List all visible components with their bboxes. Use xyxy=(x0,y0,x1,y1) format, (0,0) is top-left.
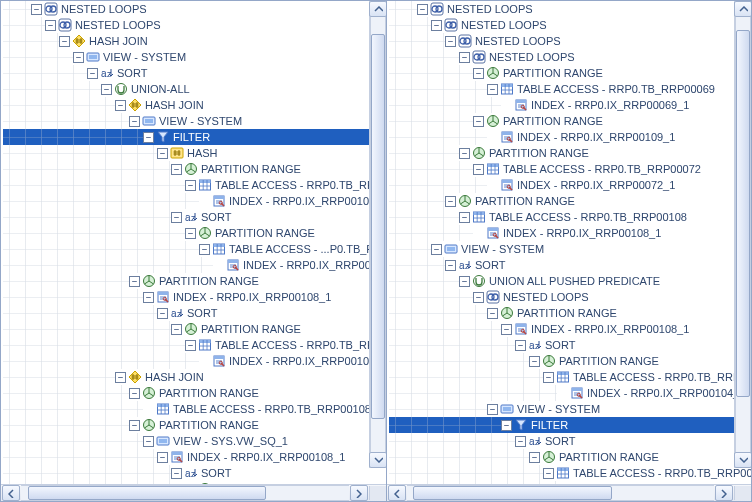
tree-viewport[interactable]: −NESTED LOOPS−NESTED LOOPS−HASH JOIN−VIE… xyxy=(1,1,386,484)
tree-row[interactable]: −VIEW - SYSTEM xyxy=(3,113,386,129)
expander-icon[interactable]: − xyxy=(487,404,498,415)
tree-row[interactable]: TABLE ACCESS - RRP0.TB_RRP00108 xyxy=(3,401,386,417)
expander-icon[interactable]: − xyxy=(431,20,442,31)
scroll-left-button[interactable] xyxy=(388,485,406,501)
tree-row[interactable]: INDEX - RRP0.IX_RRP00109_1 xyxy=(389,129,751,145)
expander-icon[interactable]: − xyxy=(171,324,182,335)
tree-row[interactable]: −INDEX - RRP0.IX_RRP00108_1 xyxy=(3,289,386,305)
tree-viewport[interactable]: −NESTED LOOPS−NESTED LOOPS−NESTED LOOPS−… xyxy=(387,1,751,484)
expander-icon[interactable]: − xyxy=(529,452,540,463)
tree-row[interactable]: −TABLE ACCESS - RRP0.TB_RRP00108 xyxy=(389,465,751,481)
tree-row[interactable]: −PARTITION RANGE xyxy=(389,449,751,465)
tree-row[interactable]: −PARTITION RANGE xyxy=(3,321,386,337)
tree-row[interactable]: INDEX - RRP0.IX_RRP00104_1 xyxy=(3,257,386,273)
tree-row[interactable]: −SORT xyxy=(389,481,751,484)
expander-icon[interactable]: − xyxy=(157,452,168,463)
tree-row[interactable]: −NESTED LOOPS xyxy=(3,1,386,17)
tree-row[interactable]: −NESTED LOOPS xyxy=(389,1,751,17)
tree-row[interactable]: INDEX - RRP0.IX_RRP00104_1 xyxy=(3,353,386,369)
scroll-thumb[interactable] xyxy=(736,30,750,397)
expander-icon[interactable]: − xyxy=(473,68,484,79)
tree-row[interactable]: −TABLE ACCESS - RRP0.TB_RRP00104 xyxy=(389,369,751,385)
tree-row[interactable]: −NESTED LOOPS xyxy=(3,17,386,33)
expander-icon[interactable]: − xyxy=(459,276,470,287)
tree-row[interactable]: −PARTITION RANGE xyxy=(389,65,751,81)
tree-row[interactable]: −PARTITION RANGE xyxy=(389,193,751,209)
expander-icon[interactable]: − xyxy=(73,52,84,63)
tree-row[interactable]: −HASH JOIN xyxy=(3,369,386,385)
expander-icon[interactable]: − xyxy=(171,212,182,223)
expander-icon[interactable]: − xyxy=(543,372,554,383)
expander-icon[interactable]: − xyxy=(101,84,112,95)
scroll-down-button[interactable] xyxy=(734,452,751,468)
expander-icon[interactable]: − xyxy=(143,436,154,447)
tree-row[interactable]: −VIEW - SYSTEM xyxy=(3,49,386,65)
tree-row[interactable]: −HASH xyxy=(3,145,386,161)
tree-row[interactable]: −NESTED LOOPS xyxy=(389,17,751,33)
expander-icon[interactable]: − xyxy=(459,212,470,223)
tree-row[interactable]: INDEX - RRP0.IX_RRP00072_1 xyxy=(389,177,751,193)
tree-row[interactable]: −VIEW - SYSTEM xyxy=(389,401,751,417)
tree-row[interactable]: INDEX - RRP0.IX_RRP00108_1 xyxy=(3,193,386,209)
expander-icon[interactable]: − xyxy=(431,244,442,255)
tree-row[interactable]: −HASH JOIN xyxy=(3,97,386,113)
tree-row[interactable]: −FILTER xyxy=(389,417,751,433)
vertical-scrollbar[interactable] xyxy=(734,1,751,468)
tree-row[interactable]: −SORT xyxy=(3,465,386,481)
tree-row[interactable]: −UNION ALL PUSHED PREDICATE xyxy=(389,273,751,289)
tree-row[interactable]: −SORT xyxy=(389,337,751,353)
tree-row[interactable]: −INDEX - RRP0.IX_RRP00108_1 xyxy=(389,321,751,337)
tree-row[interactable]: −PARTITION RANGE xyxy=(389,145,751,161)
expander-icon[interactable]: − xyxy=(515,436,526,447)
tree-row[interactable]: −PARTITION RANGE xyxy=(389,113,751,129)
expander-icon[interactable]: − xyxy=(45,20,56,31)
expander-icon[interactable]: − xyxy=(473,164,484,175)
expander-icon[interactable]: − xyxy=(515,340,526,351)
tree-row[interactable]: −PARTITION RANGE xyxy=(3,161,386,177)
tree-row[interactable]: −SORT xyxy=(389,433,751,449)
tree-row[interactable]: −PARTITION RANGE xyxy=(3,417,386,433)
scroll-down-button[interactable] xyxy=(369,452,386,468)
expander-icon[interactable]: − xyxy=(59,36,70,47)
tree-row[interactable]: −TABLE ACCESS - RRP0.TB_RRP00104 xyxy=(3,337,386,353)
tree-row[interactable]: −TABLE ACCESS - RRP0.TB_RRP00108 xyxy=(3,177,386,193)
tree-row[interactable]: −SORT xyxy=(3,209,386,225)
horizontal-scrollbar[interactable] xyxy=(387,484,751,501)
tree-row[interactable]: −PARTITION RANGE xyxy=(389,305,751,321)
expander-icon[interactable]: − xyxy=(185,180,196,191)
expander-icon[interactable]: − xyxy=(171,468,182,479)
expander-icon[interactable]: − xyxy=(459,148,470,159)
tree-row[interactable]: −UNION-ALL xyxy=(3,81,386,97)
tree-row[interactable]: −SORT xyxy=(389,257,751,273)
scroll-track[interactable] xyxy=(370,17,386,452)
tree-row[interactable]: INDEX - RRP0.IX_RRP00069_1 xyxy=(389,97,751,113)
expander-icon[interactable]: − xyxy=(185,228,196,239)
expander-icon[interactable]: − xyxy=(129,420,140,431)
tree-row[interactable]: −TABLE ACCESS - RRP0.TB_RRP00072 xyxy=(389,161,751,177)
tree-row[interactable]: −NESTED LOOPS xyxy=(389,49,751,65)
expander-icon[interactable]: − xyxy=(115,372,126,383)
tree-row[interactable]: −PARTITION RANGE xyxy=(3,273,386,289)
scroll-up-button[interactable] xyxy=(734,1,751,17)
tree-row[interactable]: −PARTITION RANGE xyxy=(3,481,386,484)
tree-row[interactable]: −SORT xyxy=(3,305,386,321)
expander-icon[interactable]: − xyxy=(129,388,140,399)
expander-icon[interactable]: − xyxy=(171,164,182,175)
tree-row[interactable]: −HASH JOIN xyxy=(3,33,386,49)
expander-icon[interactable]: − xyxy=(157,308,168,319)
scroll-track[interactable] xyxy=(21,485,349,501)
expander-icon[interactable]: − xyxy=(157,148,168,159)
scroll-thumb[interactable] xyxy=(371,34,385,419)
expander-icon[interactable]: − xyxy=(115,100,126,111)
expander-icon[interactable]: − xyxy=(445,196,456,207)
expander-icon[interactable]: − xyxy=(557,484,568,485)
tree-row[interactable]: −TABLE ACCESS - RRP0.TB_RRP00069 xyxy=(389,81,751,97)
expander-icon[interactable]: − xyxy=(473,292,484,303)
scroll-thumb[interactable] xyxy=(28,486,266,500)
expander-icon[interactable]: − xyxy=(143,132,154,143)
expander-icon[interactable]: − xyxy=(129,276,140,287)
expander-icon[interactable]: − xyxy=(501,324,512,335)
expander-icon[interactable]: − xyxy=(199,244,210,255)
tree-row[interactable]: −VIEW - SYSTEM xyxy=(389,241,751,257)
scroll-up-button[interactable] xyxy=(369,1,386,17)
